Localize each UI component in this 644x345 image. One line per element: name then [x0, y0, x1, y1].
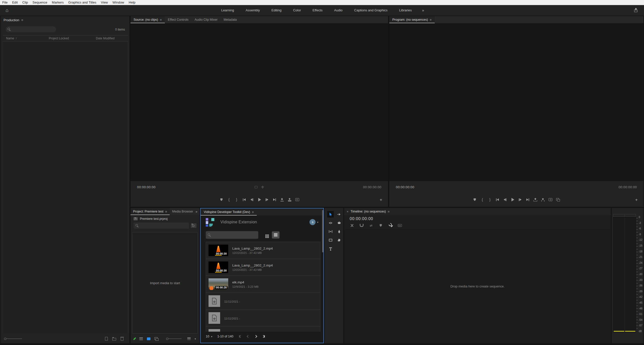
share-icon[interactable]	[633, 8, 638, 13]
playback-resolution-icon[interactable]	[255, 186, 258, 188]
mark-out-icon[interactable]	[234, 197, 239, 202]
panel-menu-icon[interactable]: ≡	[388, 210, 390, 214]
new-bin-icon[interactable]	[112, 338, 116, 340]
list-item[interactable]: 00:00:28 elk.mp4 12/9/2021 - 3.23 MB	[206, 276, 320, 293]
go-to-in-icon[interactable]	[242, 197, 246, 202]
export-frame-icon[interactable]	[295, 197, 299, 202]
column-header-name[interactable]: Name↑	[3, 37, 49, 40]
workspace-tab[interactable]: Libraries	[393, 5, 418, 16]
list-view-icon[interactable]	[139, 337, 143, 340]
column-header-date-modified[interactable]: Date Modified	[96, 37, 128, 40]
step-forward-icon[interactable]	[518, 197, 523, 202]
workspace-overflow-icon[interactable]: »	[418, 8, 429, 12]
chevron-down-icon[interactable]: ▾	[195, 337, 196, 340]
project-search[interactable]	[134, 223, 189, 229]
audio-meter[interactable]	[613, 217, 636, 332]
vidispine-search-input[interactable]	[212, 233, 256, 237]
first-page-icon[interactable]	[239, 335, 242, 338]
trash-icon[interactable]	[121, 338, 123, 341]
go-to-in-icon[interactable]	[495, 197, 500, 202]
icon-view-icon[interactable]	[147, 337, 150, 340]
vidispine-search[interactable]	[206, 231, 258, 239]
project-tab[interactable]: Project: Premiere test ≡	[131, 208, 170, 215]
workspace-tab[interactable]: Editing	[266, 5, 287, 16]
menu-item[interactable]: File	[0, 0, 10, 5]
monitor-settings-icon[interactable]	[261, 186, 264, 189]
list-item[interactable]: 11/11/2021 -	[206, 293, 320, 309]
production-panel-title[interactable]: Production	[4, 18, 19, 22]
lift-icon[interactable]	[533, 197, 538, 202]
panel-menu-icon[interactable]: ≡	[21, 18, 23, 22]
extract-icon[interactable]	[541, 197, 545, 202]
project-search-input[interactable]	[140, 224, 187, 227]
menu-item[interactable]: Graphics and Titles	[66, 0, 98, 5]
menu-item[interactable]: Clip	[20, 0, 30, 5]
list-item[interactable]: 00:00:30 Lava_Lamp__2802_2.mp4 12/22/202…	[206, 259, 320, 276]
export-frame-icon[interactable]	[548, 197, 553, 202]
monitor-tab[interactable]: Audio Clip Mixer ≡	[192, 16, 221, 23]
tab-overflow-icon[interactable]: »	[194, 208, 199, 215]
timeline-tab[interactable]: Timeline: (no sequences) ≡	[350, 208, 393, 215]
track-select-forward-tool[interactable]	[336, 211, 342, 218]
page-size-select[interactable]: 10 ▾	[206, 335, 212, 338]
last-page-icon[interactable]	[262, 335, 265, 338]
search-bins-icon[interactable]	[191, 223, 196, 228]
monitor-tab[interactable]: Metadata ≡	[221, 16, 240, 23]
thumbnail-zoom-slider[interactable]	[166, 338, 182, 340]
sort-icon[interactable]	[187, 337, 191, 340]
button-editor-icon[interactable]: +	[378, 197, 384, 203]
list-view-icon[interactable]	[272, 231, 279, 238]
prev-page-icon[interactable]	[246, 335, 250, 338]
play-icon[interactable]	[510, 197, 515, 202]
mark-in-icon[interactable]	[227, 197, 231, 202]
hand-tool[interactable]	[336, 237, 342, 243]
ripple-edit-tool[interactable]	[327, 220, 334, 226]
thumbnail-zoom-slider[interactable]	[4, 338, 22, 340]
project-bin-area[interactable]: Import media to start	[132, 232, 198, 334]
timeline-timecode[interactable]: 00:00:00:00	[350, 217, 373, 221]
timeline-drop-area[interactable]: Drop media here to create sequence.	[344, 229, 611, 343]
home-icon[interactable]: ⌂	[4, 7, 10, 13]
production-search[interactable]	[6, 26, 56, 32]
menu-item[interactable]: Markers	[49, 0, 66, 5]
workspace-tab[interactable]: Captions and Graphics	[348, 5, 393, 16]
panel-menu-icon[interactable]: ≡	[160, 18, 162, 22]
go-to-out-icon[interactable]	[526, 197, 530, 202]
workspace-tab[interactable]: Audio	[328, 5, 348, 16]
account-menu[interactable]: a ▾	[310, 219, 318, 225]
monitor-tab[interactable]: Effect Controls ≡	[165, 16, 192, 23]
workspace-tab[interactable]: Effects	[307, 5, 328, 16]
workspace-tab[interactable]: Assembly	[240, 5, 266, 16]
program-current-timecode[interactable]: 00:00:00:00	[396, 185, 414, 189]
menu-item[interactable]: Sequence	[30, 0, 50, 5]
go-to-out-icon[interactable]	[272, 197, 277, 202]
nest-icon[interactable]	[350, 223, 354, 228]
pen-tool[interactable]	[336, 228, 342, 235]
next-page-icon[interactable]	[254, 335, 257, 338]
captions-icon[interactable]	[398, 223, 402, 228]
panel-menu-icon[interactable]: ≡	[165, 210, 167, 214]
menu-item[interactable]: Edit	[10, 0, 20, 5]
list-item[interactable]: FILE-VX-1619.mp4 11/8/2021 -	[206, 326, 320, 332]
production-item-list[interactable]	[3, 41, 128, 333]
source-current-timecode[interactable]: 00:00:00:00	[137, 185, 156, 189]
linked-selection-icon[interactable]	[369, 223, 373, 228]
panel-menu-icon[interactable]: ≡	[430, 18, 432, 22]
selection-tool[interactable]	[327, 211, 334, 218]
scrollbar[interactable]	[322, 210, 323, 252]
mark-in-icon[interactable]	[480, 197, 485, 202]
monitor-tab[interactable]: Source: (no clips) ≡	[131, 16, 165, 23]
menu-item[interactable]: Window	[110, 0, 126, 5]
snap-icon[interactable]	[359, 223, 364, 228]
new-item-icon[interactable]	[105, 337, 108, 340]
media-browser-tab[interactable]: Media Browser	[170, 208, 193, 215]
step-forward-icon[interactable]	[265, 197, 269, 202]
column-header-project-locked[interactable]: Project Locked	[49, 37, 96, 40]
menu-item[interactable]: View	[99, 0, 110, 5]
avatar[interactable]: a	[310, 219, 316, 225]
add-marker-icon[interactable]	[219, 197, 224, 202]
freeform-view-icon[interactable]	[154, 337, 159, 340]
mark-out-icon[interactable]	[488, 197, 492, 202]
chevron-down-icon[interactable]: ▾	[317, 221, 318, 224]
comparison-view-icon[interactable]	[556, 197, 560, 202]
